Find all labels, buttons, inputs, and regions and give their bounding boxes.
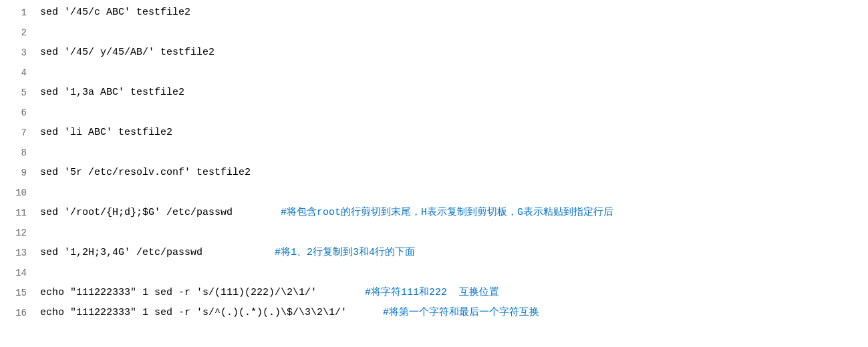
line-num-11: 11 [5, 203, 27, 223]
line-num-4: 4 [5, 63, 27, 83]
code-line-11: sed '/root/{H;d};$G' /etc/passwd #将包含roo… [40, 203, 868, 223]
code-line-7: sed 'li ABC' testfile2 [40, 123, 868, 143]
line-num-10: 10 [5, 183, 27, 203]
code-line-4 [40, 63, 868, 83]
code-text-16: echo "111222333" 1 sed -r 's/^(.)(.*)(.)… [40, 307, 347, 318]
line-num-6: 6 [5, 103, 27, 123]
line-num-15: 15 [5, 283, 27, 303]
comment-13: #将1、2行复制到3和4行的下面 [202, 247, 415, 258]
code-line-12 [40, 223, 868, 243]
line-num-9: 9 [5, 163, 27, 183]
code-text-5: sed '1,3a ABC' testfile2 [40, 87, 184, 98]
code-line-15: echo "111222333" 1 sed -r 's/(111)(222)/… [40, 283, 868, 303]
code-line-2 [40, 23, 868, 43]
code-content: sed '/45/c ABC' testfile2 sed '/45/ y/45… [32, 3, 868, 323]
code-line-3: sed '/45/ y/45/AB/' testfile2 [40, 43, 868, 63]
code-editor: 1 2 3 4 5 6 7 8 9 10 11 12 13 14 15 16 s… [0, 0, 868, 326]
line-num-13: 13 [5, 243, 27, 263]
comment-16: #将第一个字符和最后一个字符互换 [347, 307, 539, 318]
line-number-column: 1 2 3 4 5 6 7 8 9 10 11 12 13 14 15 16 [0, 3, 32, 323]
code-text-7: sed 'li ABC' testfile2 [40, 127, 172, 138]
code-text-1: sed '/45/c ABC' testfile2 [40, 7, 190, 18]
line-num-2: 2 [5, 23, 27, 43]
code-text-3: sed '/45/ y/45/AB/' testfile2 [40, 47, 214, 58]
line-num-1: 1 [5, 3, 27, 23]
code-line-8 [40, 143, 868, 163]
comment-11: #将包含root的行剪切到末尾，H表示复制到剪切板，G表示粘贴到指定行后 [233, 207, 613, 218]
line-num-7: 7 [5, 123, 27, 143]
code-line-16: echo "111222333" 1 sed -r 's/^(.)(.*)(.)… [40, 303, 868, 323]
code-text-11: sed '/root/{H;d};$G' /etc/passwd [40, 207, 233, 218]
code-text-13: sed '1,2H;3,4G' /etc/passwd [40, 247, 202, 258]
code-line-5: sed '1,3a ABC' testfile2 [40, 83, 868, 103]
line-num-8: 8 [5, 143, 27, 163]
code-line-6 [40, 103, 868, 123]
code-line-9: sed '5r /etc/resolv.conf' testfile2 [40, 163, 868, 183]
line-num-16: 16 [5, 303, 27, 323]
code-text-15: echo "111222333" 1 sed -r 's/(111)(222)/… [40, 287, 317, 298]
code-line-10 [40, 183, 868, 203]
line-num-12: 12 [5, 223, 27, 243]
line-num-5: 5 [5, 83, 27, 103]
line-num-3: 3 [5, 43, 27, 63]
comment-15: #将字符111和222 互换位置 [317, 287, 499, 298]
code-line-14 [40, 263, 868, 283]
line-num-14: 14 [5, 263, 27, 283]
code-line-1: sed '/45/c ABC' testfile2 [40, 3, 868, 23]
code-line-13: sed '1,2H;3,4G' /etc/passwd #将1、2行复制到3和4… [40, 243, 868, 263]
code-text-9: sed '5r /etc/resolv.conf' testfile2 [40, 167, 251, 178]
